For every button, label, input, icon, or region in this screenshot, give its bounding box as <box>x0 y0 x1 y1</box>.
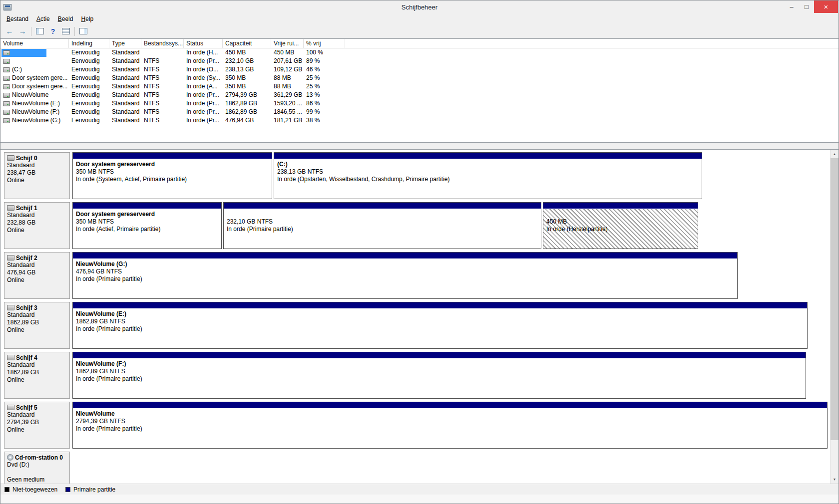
partition-status: In orde (Herstelpartitie) <box>546 226 695 233</box>
minimize-button[interactable]: – <box>784 0 799 13</box>
partition-block[interactable]: Door systeem gereserveerd 350 MB NTFS In… <box>72 152 272 199</box>
volume-indeling: Eenvoudig <box>69 74 109 82</box>
partition-block[interactable]: 232,10 GB NTFS In orde (Primaire partiti… <box>223 202 541 249</box>
menu-item-actie[interactable]: Actie <box>32 14 54 23</box>
column-header-bestandssys[interactable]: Bestandssys... <box>141 39 184 48</box>
volume-capacity: 450 MB <box>223 48 271 57</box>
toolbar-separator <box>31 27 31 36</box>
disk-name: Schijf 3 <box>16 304 37 311</box>
volume-indeling: Eenvoudig <box>69 82 109 91</box>
partition-block[interactable]: NieuwVolume (F:) 1862,89 GB NTFS In orde… <box>72 352 806 399</box>
partition-block[interactable]: Door systeem gereserveerd 350 MB NTFS In… <box>72 202 222 249</box>
volume-indeling: Eenvoudig <box>69 108 109 116</box>
scrollbar-track[interactable] <box>831 158 839 475</box>
disk-label[interactable]: Schijf 1 Standaard 232,88 GB Online <box>4 202 70 249</box>
partition-block[interactable]: (C:) 238,13 GB NTFS In orde (Opstarten, … <box>274 152 702 199</box>
scrollbar-thumb[interactable] <box>831 158 839 440</box>
disk-label[interactable]: Schijf 4 Standaard 1862,89 GB Online <box>4 352 70 399</box>
disk-type: Standaard <box>7 162 67 169</box>
legend-swatch <box>4 487 9 492</box>
disk-name-line: Schijf 3 <box>7 304 67 311</box>
disk-status: Online <box>7 276 67 284</box>
column-header-vrije-rui[interactable]: Vrije rui... <box>271 39 304 48</box>
forward-button[interactable]: → <box>16 26 28 37</box>
volume-name: NieuwVolume <box>12 91 48 99</box>
panel-splitter[interactable] <box>0 143 839 149</box>
disk-type: Standaard <box>7 411 67 419</box>
legend: Niet-toegewezen Primaire partitie <box>4 486 115 493</box>
show-action-pane-button[interactable] <box>77 26 89 37</box>
volume-row[interactable]: Door systeem gere... Eenvoudig Standaard… <box>0 82 839 91</box>
volume-type: Standaard <box>109 74 141 82</box>
partition-block[interactable]: NieuwVolume (G:) 476,94 GB NTFS In orde … <box>72 252 738 299</box>
volume-row[interactable]: NieuwVolume (G:) Eenvoudig Standaard NTF… <box>0 116 839 125</box>
disk-partitions: Door systeem gereserveerd 350 MB NTFS In… <box>72 152 702 199</box>
volume-type: Standaard <box>109 57 141 65</box>
menu-item-help[interactable]: Help <box>77 14 97 23</box>
disk-name-line: Schijf 2 <box>7 254 67 261</box>
volume-row[interactable]: (C:) Eenvoudig Standaard NTFS In orde (O… <box>0 65 839 74</box>
menu-item-bestand[interactable]: Bestand <box>2 14 32 23</box>
column-header-status[interactable]: Status <box>184 39 223 48</box>
disk-size: 232,88 GB <box>7 219 67 227</box>
disk-size <box>7 469 67 476</box>
volume-free-space: 109,12 GB <box>271 65 304 74</box>
vertical-scrollbar[interactable]: ▲ ▼ <box>830 150 839 484</box>
volume-free-pct: 25 % <box>304 74 345 82</box>
column-header-type[interactable]: Type <box>109 39 141 48</box>
volume-row[interactable]: NieuwVolume Eenvoudig Standaard NTFS In … <box>0 91 839 99</box>
statusbar: Niet-toegewezen Primaire partitie <box>0 484 839 495</box>
volume-selection-area: NieuwVolume (G:) <box>1 117 62 125</box>
disk-status: Online <box>7 376 67 384</box>
partition-status: In orde (Opstarten, Wisselbestand, Crash… <box>277 176 699 183</box>
caption-buttons: – □ × <box>784 0 838 13</box>
volume-indeling: Eenvoudig <box>69 91 109 99</box>
disk-label[interactable]: Schijf 3 Standaard 1862,89 GB Online <box>4 302 70 349</box>
volume-status: In orde (H... <box>184 48 223 57</box>
volume-row[interactable]: Door systeem gere... Eenvoudig Standaard… <box>0 74 839 82</box>
disk-row-0: Schijf 0 Standaard 238,47 GB Online Door… <box>4 152 830 199</box>
partition-block[interactable]: NieuwVolume 2794,39 GB NTFS In orde (Pri… <box>72 402 828 449</box>
volume-status: In orde (Pr... <box>184 99 223 108</box>
disk-icon <box>7 405 14 410</box>
disk-label[interactable]: Schijf 2 Standaard 476,94 GB Online <box>4 252 70 299</box>
volume-cell: NieuwVolume (G:) <box>0 116 69 125</box>
properties-button[interactable] <box>60 26 72 37</box>
disk-label[interactable]: Cd-rom-station 0 Dvd (D:) Geen medium <box>4 452 70 484</box>
column-header-vrij[interactable]: % vrij <box>304 39 345 48</box>
disk-name: Schijf 0 <box>16 155 37 162</box>
close-button[interactable]: × <box>814 0 838 13</box>
partition-block[interactable]: 450 MB In orde (Herstelpartitie) <box>543 202 698 249</box>
menu-item-beeld[interactable]: Beeld <box>54 14 77 23</box>
scroll-up-button[interactable]: ▲ <box>831 150 839 158</box>
column-header-volume[interactable]: Volume <box>0 39 69 48</box>
volume-row[interactable]: Eenvoudig Standaard In orde (H... 450 MB… <box>0 48 839 57</box>
volume-row[interactable]: NieuwVolume (E:) Eenvoudig Standaard NTF… <box>0 99 839 108</box>
disk-size: 476,94 GB <box>7 269 67 276</box>
partition-body: NieuwVolume (F:) 1862,89 GB NTFS In orde… <box>73 359 806 398</box>
back-button[interactable]: ← <box>3 26 15 37</box>
disk-size: 1862,89 GB <box>7 369 67 376</box>
scroll-up-icon: ▲ <box>833 152 837 156</box>
disk-management-window: Schijfbeheer – □ × BestandActieBeeldHelp… <box>0 0 839 504</box>
titlebar[interactable]: Schijfbeheer – □ × <box>0 0 839 13</box>
volume-indeling: Eenvoudig <box>69 65 109 74</box>
help-button[interactable]: ? <box>47 26 59 37</box>
volume-row[interactable]: Eenvoudig Standaard NTFS In orde (Pr... … <box>0 57 839 65</box>
graphical-view-content: Schijf 0 Standaard 238,47 GB Online Door… <box>0 150 830 484</box>
disk-label[interactable]: Schijf 5 Standaard 2794,39 GB Online <box>4 402 70 449</box>
scroll-down-button[interactable]: ▼ <box>831 475 839 484</box>
partition-name <box>546 211 695 218</box>
disk-name: Schijf 1 <box>16 205 37 212</box>
volume-row[interactable]: NieuwVolume (F:) Eenvoudig Standaard NTF… <box>0 108 839 116</box>
disk-label[interactable]: Schijf 0 Standaard 238,47 GB Online <box>4 152 70 199</box>
volume-free-pct: 86 % <box>304 99 345 108</box>
menubar: BestandActieBeeldHelp <box>0 13 839 24</box>
column-header-indeling[interactable]: Indeling <box>69 39 109 48</box>
volume-capacity: 2794,39 GB <box>223 91 271 99</box>
partition-block[interactable]: NieuwVolume (E:) 1862,89 GB NTFS In orde… <box>72 302 808 349</box>
column-header-capaciteit[interactable]: Capaciteit <box>223 39 271 48</box>
legend-swatch <box>65 487 70 492</box>
maximize-button[interactable]: □ <box>799 0 814 13</box>
show-console-tree-button[interactable] <box>34 26 46 37</box>
